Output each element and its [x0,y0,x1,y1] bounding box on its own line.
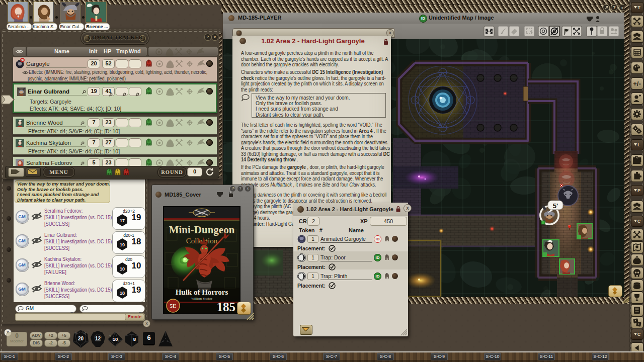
svg-text:8: 8 [75,332,77,335]
svg-text:19: 19 [120,242,125,247]
svg-text:6: 6 [85,332,86,335]
svg-text:10: 10 [120,266,125,272]
svg-text:5E: 5E [170,303,177,309]
svg-text:20: 20 [78,336,84,341]
svg-text:5': 5' [553,202,558,210]
svg-text:18: 18 [120,291,125,296]
svg-text:Hulk of Horrors: Hulk of Horrors [176,288,228,296]
svg-text:185: 185 [217,300,236,313]
svg-text:William Fischer: William Fischer [191,297,213,300]
svg-text:AegiS: AegiS [198,212,205,215]
svg-text:+/-: +/- [633,80,641,87]
svg-text:10: 10 [113,336,118,342]
svg-text:12: 12 [95,336,101,341]
svg-text:17: 17 [120,218,125,223]
svg-text:8: 8 [133,336,136,342]
